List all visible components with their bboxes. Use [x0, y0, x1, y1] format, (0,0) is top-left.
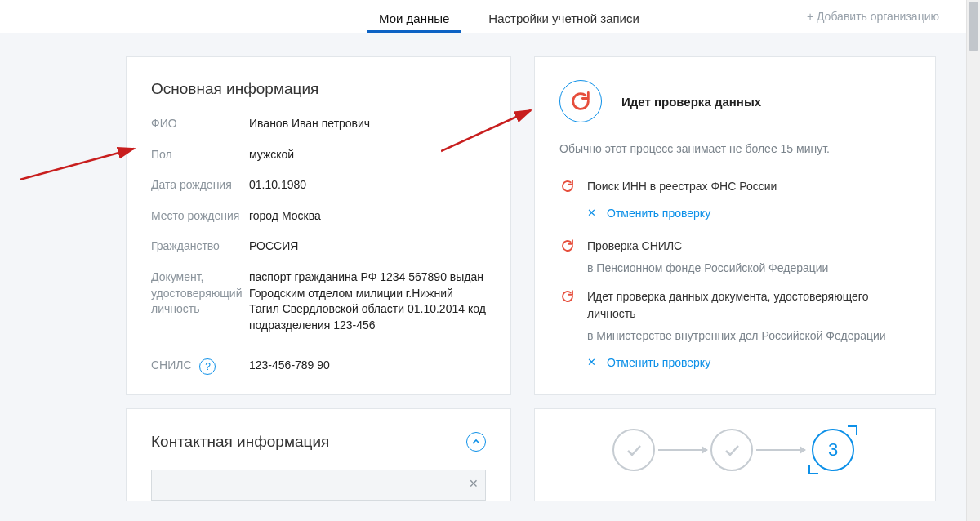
vertical-scrollbar[interactable] [966, 0, 980, 521]
value-dob: 01.10.1980 [249, 177, 306, 194]
cancel-check-link[interactable]: Отменить проверку [607, 356, 710, 369]
tab-account-settings[interactable]: Настройки учетной записи [477, 3, 651, 33]
label-dob: Дата рождения [151, 177, 249, 194]
spinner-icon [559, 238, 576, 254]
cancel-check-link[interactable]: Отменить проверку [607, 207, 710, 220]
progress-step-1 [612, 429, 655, 471]
value-birthplace: город Москва [249, 208, 321, 225]
spinner-icon [559, 80, 602, 122]
help-icon[interactable]: ? [199, 358, 216, 375]
close-icon: ✕ [587, 356, 599, 369]
close-icon: ✕ [587, 207, 599, 220]
scrollbar-thumb[interactable] [969, 2, 978, 51]
check-snils-subtext: в Пенсионном фонде Российской Федерации [587, 260, 828, 277]
verification-title: Идет проверка данных [621, 95, 761, 109]
check-inn-text: Поиск ИНН в реестрах ФНС России [587, 178, 777, 195]
contacts-title: Контактная информация [151, 433, 329, 451]
spinner-icon [559, 288, 576, 305]
arrow-right-icon [658, 449, 707, 451]
contacts-card: Контактная информация ✕ [126, 408, 511, 501]
value-citizenship: РОССИЯ [249, 238, 298, 255]
verification-card: Идет проверка данных Обычно этот процесс… [534, 56, 936, 395]
progress-step-3: 3 [812, 429, 854, 471]
add-organization-link[interactable]: + Добавить организацию [807, 10, 939, 23]
email-input[interactable]: ✕ [151, 470, 486, 501]
label-snils: СНИЛС ? [151, 358, 249, 374]
main-info-title: Основная информация [151, 80, 486, 98]
label-birthplace: Место рождения [151, 208, 249, 225]
label-fio: ФИО [151, 116, 249, 132]
top-nav: Мои данные Настройки учетной записи + До… [0, 0, 980, 33]
spinner-icon [559, 178, 576, 194]
progress-step-3-frame: 3 [808, 425, 858, 474]
collapse-button[interactable] [466, 432, 486, 452]
tab-my-data[interactable]: Мои данные [368, 3, 461, 33]
main-info-card: Основная информация ФИО Иванов Иван петр… [126, 56, 511, 395]
value-snils: 123-456-789 90 [249, 358, 330, 374]
check-doc-subtext: в Министерстве внутренних дел Российской… [587, 327, 911, 345]
value-fio: Иванов Иван петрович [249, 116, 370, 132]
check-snils-text: Проверка СНИЛС [587, 238, 828, 255]
progress-step-2 [710, 429, 753, 471]
check-doc-text: Идет проверка данных документа, удостове… [587, 288, 911, 323]
value-gender: мужской [249, 147, 294, 163]
verification-note: Обычно этот процесс занимает не более 15… [559, 142, 911, 155]
arrow-right-icon [756, 449, 805, 451]
label-citizenship: Гражданство [151, 238, 249, 255]
progress-card: 3 [534, 408, 936, 501]
label-doc: Документ, удостоверяющий личность [151, 269, 249, 333]
clear-icon[interactable]: ✕ [469, 477, 479, 490]
label-gender: Пол [151, 147, 249, 163]
value-doc: паспорт гражданина РФ 1234 567890 выдан … [249, 269, 486, 333]
